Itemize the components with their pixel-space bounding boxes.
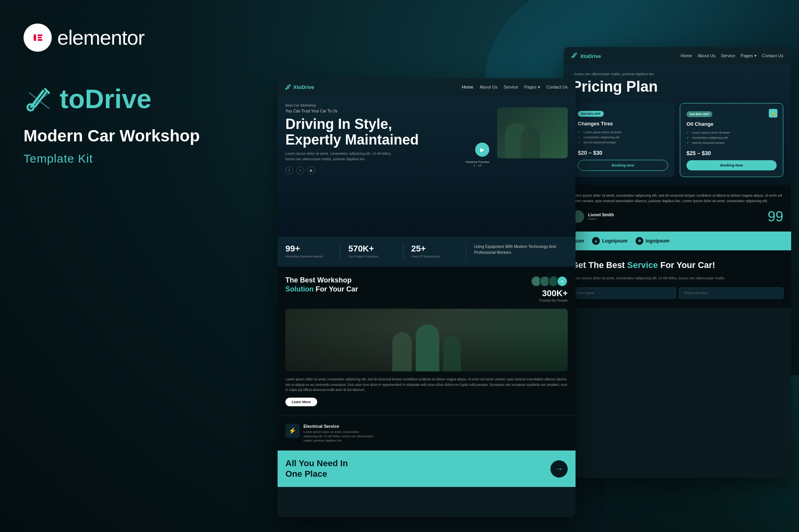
play-sublabel: 4 : 13 (465, 164, 489, 167)
preview-area: XtoDrive Home About Us Service Pages ▾ C… (242, 8, 791, 525)
pricing-preview-card: XtoDrive Home About Us Service Pages ▾ C… (564, 47, 791, 478)
pricing-price-2: $25 – $30 (686, 150, 777, 156)
pricing-cards: Get 20% OFF Changes Tires Lorem ipsum do… (572, 103, 783, 177)
about-avatars: + (531, 276, 568, 287)
learn-more-button[interactable]: Learn More (285, 398, 317, 406)
hero-section: Best Car Workshop You Can Trust Your Car… (278, 96, 576, 237)
pricing-price-1: $20 – $30 (578, 150, 668, 156)
all-you-need-section: All You Need In One Place → (278, 451, 576, 487)
cta-input-phone[interactable]: Phone Number (679, 288, 783, 299)
pricing-nav-logo: XtoDrive (572, 52, 601, 59)
hero-image (497, 107, 568, 158)
brand-name: toDrive (60, 85, 151, 112)
booking-btn-2[interactable]: Booking Now (686, 160, 777, 170)
testimonial-author: Lionel Smith Client 99 (572, 210, 783, 224)
worker-1 (392, 332, 412, 371)
pricing-feature-1-1: Lorem ipsum dolor sit amet (578, 130, 668, 135)
service-desc: Lorem ipsum dolor sit amet, consectetur … (303, 430, 374, 443)
stats-section: 99+ Workshop National Awards 570K+ Car P… (278, 237, 576, 266)
logo-text-3: logoipsum (646, 238, 670, 244)
play-label-area: Otodrive Preview 4 : 13 (465, 160, 489, 167)
nav-link-about[interactable]: About Us (479, 85, 497, 90)
pricing-heading: Pricing Plan (572, 78, 783, 95)
stat-1: 99+ Workshop National Awards (285, 244, 332, 258)
pricing-features-2: Lorem ipsum dolor sit amet consectetur a… (686, 130, 777, 145)
pricing-feature-1-2: consectetur adipiscing elit (578, 135, 668, 140)
about-title-line1: The Best Workshop (285, 276, 352, 284)
left-panel: elementor toDrive Modern Car Workshop Te… (24, 24, 204, 165)
author-role: Client (588, 217, 614, 221)
nav-link-home[interactable]: Home (462, 85, 473, 90)
cta-section: Get The Best Service For Your Car! Lorem… (564, 250, 791, 308)
main-nav-logo: XtoDrive (285, 84, 314, 90)
pricing-lock-icon: 🔒 (769, 109, 777, 118)
nav-contact[interactable]: Contact Us (762, 53, 783, 58)
nav-pages[interactable]: Pages ▾ (741, 53, 756, 58)
elementor-name: elementor (57, 26, 144, 49)
pricing-features-1: Lorem ipsum dolor sit amet consectetur a… (578, 130, 668, 145)
logos-section: psum ▲ Logoipsum ⊕ logoipsum (564, 232, 791, 250)
nav-service[interactable]: Service (721, 53, 735, 58)
stat-3: 25+ Years Of Experience (411, 244, 458, 258)
pricing-card-1: Get 20% OFF Changes Tires Lorem ipsum do… (572, 103, 674, 177)
stat-3-number: 25+ (411, 244, 458, 254)
nav-home[interactable]: Home (681, 53, 692, 58)
pricing-section: ...luctus nec ullamcorper mattis, pulvin… (564, 64, 791, 185)
nav-link-contact[interactable]: Contact Us (547, 85, 568, 90)
nav-about[interactable]: About Us (697, 53, 715, 58)
cta-input-name[interactable]: Your Name (572, 288, 676, 299)
svg-rect-4 (38, 39, 42, 41)
all-need-title: All You Need In One Place (285, 458, 364, 479)
about-image (285, 309, 568, 371)
pricing-card-title-1: Changes Tires (578, 121, 668, 127)
main-preview-nav: XtoDrive Home About Us Service Pages ▾ C… (278, 78, 576, 96)
brand-tagline: Modern Car Workshop (24, 126, 204, 146)
hero-heading: Driving In Style, Expertly Maintained (285, 116, 450, 147)
testimonial-text: Lorem ipsum dolor sit amet, consectetur … (572, 193, 783, 204)
cta-title-bold: Service (627, 260, 658, 270)
pricing-badge-1: Get 20% OFF (578, 111, 604, 117)
mechanic-workers (392, 324, 461, 371)
logo-text-2: Logoipsum (602, 238, 628, 244)
about-count-num: 300K+ (531, 288, 568, 299)
about-title-highlight: Solution (285, 285, 314, 293)
booking-btn-1[interactable]: Booking Now (578, 160, 668, 171)
all-need-arrow[interactable]: → (550, 460, 568, 478)
nav-link-service[interactable]: Service (504, 85, 518, 90)
pricing-badge-2: Get 80% OFF (686, 111, 712, 117)
stat-3-label: Years Of Experience (411, 255, 458, 258)
avatar-plus: + (557, 276, 568, 287)
author-name: Lionel Smith (588, 212, 614, 217)
cta-title-line2: For Your Car! (660, 260, 715, 270)
stat-2-label: Car Project Complete (348, 255, 395, 258)
pricing-card-2: Get 80% OFF 🔒 Oil Change Lorem ipsum dol… (680, 103, 783, 177)
youtube-icon[interactable]: ▶ (307, 166, 315, 174)
pricing-feature-2-2: consectetur adipiscing elit (686, 135, 777, 140)
facebook-icon[interactable]: f (285, 166, 293, 174)
pricing-feature-2-3: sed do eiusmod tempor (686, 140, 777, 145)
hero-heading-bold: Maintained (345, 132, 419, 148)
brand-logo-area: toDrive (24, 83, 204, 114)
twitter-icon[interactable]: t (296, 166, 304, 174)
cta-desc: Lorem ipsum dolor sit amet, consectetur … (572, 275, 783, 281)
stat-1-label: Workshop National Awards (285, 255, 332, 258)
worker-2 (416, 324, 439, 371)
about-title-line3: For Your Car (314, 285, 358, 293)
pricing-intro: ...luctus nec ullamcorper mattis, pulvin… (572, 72, 783, 76)
stat-separator-2 (403, 244, 403, 259)
svg-rect-2 (38, 34, 42, 36)
svg-rect-3 (38, 37, 42, 38)
cta-title-line1: Get The Best (572, 260, 627, 270)
main-nav-links: Home About Us Service Pages ▾ Contact Us (462, 85, 568, 90)
logo-icon-3: ⊕ (636, 237, 643, 245)
about-count: + 300K+ Trusted By People (531, 276, 568, 302)
pricing-nav-links: Home About Us Service Pages ▾ Contact Us (681, 53, 783, 58)
stat-separator-1 (340, 244, 340, 259)
worker-3 (443, 336, 461, 371)
about-title: The Best Workshop Solution For Your Car (285, 276, 358, 294)
service-electrical: ⚡ Electrical Service Lorem ipsum dolor s… (285, 424, 374, 443)
about-count-label: Trusted By People (531, 299, 568, 302)
play-button[interactable]: ▶ (475, 143, 489, 157)
nav-link-pages[interactable]: Pages ▾ (524, 85, 540, 90)
stat-separator-3 (466, 244, 466, 259)
